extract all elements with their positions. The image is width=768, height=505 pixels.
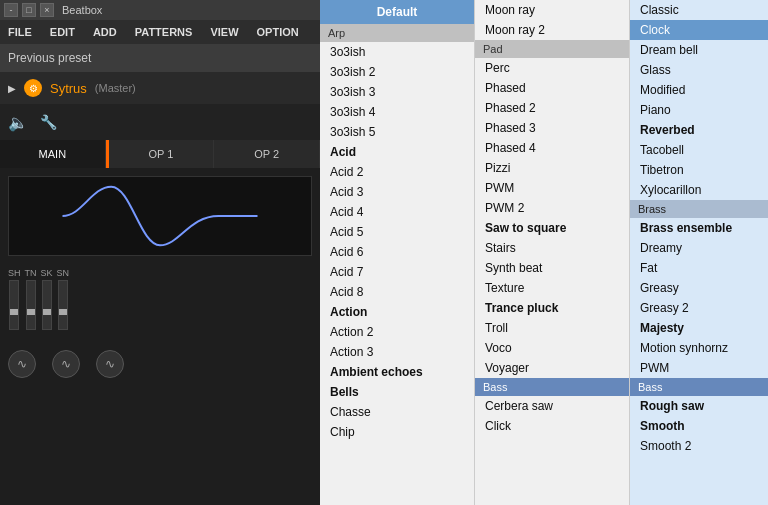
- menu-view[interactable]: VIEW: [206, 24, 242, 40]
- slider-sn-control[interactable]: [58, 280, 68, 330]
- slider-sh-control[interactable]: [9, 280, 19, 330]
- list-item[interactable]: Chasse: [320, 402, 474, 422]
- list-item[interactable]: Phased 4: [475, 138, 629, 158]
- slider-sh-label: SH: [8, 268, 21, 278]
- menu-add[interactable]: ADD: [89, 24, 121, 40]
- menu-file[interactable]: FILE: [4, 24, 36, 40]
- list-item[interactable]: Smooth 2: [630, 436, 768, 456]
- list-item[interactable]: Piano: [630, 100, 768, 120]
- list-item[interactable]: Acid 5: [320, 222, 474, 242]
- list-item[interactable]: Dream bell: [630, 40, 768, 60]
- list-item[interactable]: Ambient echoes: [320, 362, 474, 382]
- list-item[interactable]: Phased: [475, 78, 629, 98]
- list-item[interactable]: Xylocarillon: [630, 180, 768, 200]
- wrench-icon[interactable]: 🔧: [40, 114, 57, 130]
- app-title: Beatbox: [62, 4, 102, 16]
- menu-bass-col3-section: Bass: [630, 378, 768, 396]
- menu-edit[interactable]: EDIT: [46, 24, 79, 40]
- close-button[interactable]: ×: [40, 3, 54, 17]
- list-item[interactable]: Saw to square: [475, 218, 629, 238]
- prev-preset-bar: Previous preset: [0, 44, 320, 72]
- menu-options[interactable]: OPTION: [253, 24, 303, 40]
- btn-wave3[interactable]: ∿: [96, 350, 124, 378]
- list-item[interactable]: Acid: [320, 142, 474, 162]
- btn-wave2[interactable]: ∿: [52, 350, 80, 378]
- list-item[interactable]: Dreamy: [630, 238, 768, 258]
- list-item[interactable]: Acid 6: [320, 242, 474, 262]
- list-item[interactable]: Troll: [475, 318, 629, 338]
- list-item[interactable]: Reverbed: [630, 120, 768, 140]
- list-item[interactable]: Texture: [475, 278, 629, 298]
- list-item[interactable]: Glass: [630, 60, 768, 80]
- gear-icon[interactable]: ⚙: [24, 79, 42, 97]
- list-item[interactable]: Fat: [630, 258, 768, 278]
- list-item[interactable]: Greasy: [630, 278, 768, 298]
- list-item[interactable]: Phased 2: [475, 98, 629, 118]
- expand-icon[interactable]: ▶: [8, 83, 16, 94]
- list-item[interactable]: Clock: [630, 20, 768, 40]
- list-item[interactable]: PWM: [630, 358, 768, 378]
- list-item[interactable]: PWM 2: [475, 198, 629, 218]
- list-item[interactable]: 3o3ish 4: [320, 102, 474, 122]
- list-item[interactable]: Voco: [475, 338, 629, 358]
- menu-bar: FILE EDIT ADD PATTERNS VIEW OPTION: [0, 20, 320, 44]
- menu-default-header: Default: [320, 0, 474, 24]
- menu-col-3: Classic Clock Dream bell Glass Modified …: [630, 0, 768, 505]
- tab-op2[interactable]: OP 2: [214, 140, 320, 168]
- menu-arp-section: Arp: [320, 24, 474, 42]
- menu-pad-section: Pad: [475, 40, 629, 58]
- slider-sn: SN: [57, 268, 70, 330]
- tab-op1[interactable]: OP 1: [109, 140, 215, 168]
- op-controls: SH TN SK SN: [0, 264, 320, 334]
- list-item[interactable]: Brass ensemble: [630, 218, 768, 238]
- speaker-icon[interactable]: 🔈: [8, 113, 28, 132]
- list-item[interactable]: PWM: [475, 178, 629, 198]
- list-item[interactable]: Voyager: [475, 358, 629, 378]
- list-item[interactable]: Pizzi: [475, 158, 629, 178]
- list-item[interactable]: Synth beat: [475, 258, 629, 278]
- list-item[interactable]: Acid 3: [320, 182, 474, 202]
- btn-wave1[interactable]: ∿: [8, 350, 36, 378]
- list-item[interactable]: Rough saw: [630, 396, 768, 416]
- list-item[interactable]: 3o3ish 5: [320, 122, 474, 142]
- list-item[interactable]: Tibetron: [630, 160, 768, 180]
- list-item[interactable]: Moon ray 2: [475, 20, 629, 40]
- list-item[interactable]: Motion synhornz: [630, 338, 768, 358]
- list-item[interactable]: Acid 7: [320, 262, 474, 282]
- list-item[interactable]: Smooth: [630, 416, 768, 436]
- list-item[interactable]: Cerbera saw: [475, 396, 629, 416]
- menu-patterns[interactable]: PATTERNS: [131, 24, 197, 40]
- list-item[interactable]: Click: [475, 416, 629, 436]
- minimize-button[interactable]: -: [4, 3, 18, 17]
- menu-col-2: Moon ray Moon ray 2 Pad Perc Phased Phas…: [475, 0, 630, 505]
- list-item[interactable]: Acid 4: [320, 202, 474, 222]
- list-item[interactable]: Trance pluck: [475, 298, 629, 318]
- slider-tn-label: TN: [25, 268, 37, 278]
- list-item[interactable]: Acid 8: [320, 282, 474, 302]
- slider-tn: TN: [25, 268, 37, 330]
- tab-main[interactable]: MAIN: [0, 140, 106, 168]
- list-item[interactable]: Classic: [630, 0, 768, 20]
- menu-bass-section: Bass: [475, 378, 629, 396]
- list-item[interactable]: Chip: [320, 422, 474, 442]
- list-item[interactable]: Perc: [475, 58, 629, 78]
- list-item[interactable]: Action: [320, 302, 474, 322]
- list-item[interactable]: Majesty: [630, 318, 768, 338]
- list-item[interactable]: Tacobell: [630, 140, 768, 160]
- list-item[interactable]: Stairs: [475, 238, 629, 258]
- slider-sk-control[interactable]: [42, 280, 52, 330]
- list-item[interactable]: 3o3ish 2: [320, 62, 474, 82]
- list-item[interactable]: Action 3: [320, 342, 474, 362]
- list-item[interactable]: Bells: [320, 382, 474, 402]
- list-item[interactable]: Modified: [630, 80, 768, 100]
- list-item[interactable]: Acid 2: [320, 162, 474, 182]
- list-item[interactable]: Action 2: [320, 322, 474, 342]
- waveform-svg: [9, 177, 311, 255]
- list-item[interactable]: 3o3ish: [320, 42, 474, 62]
- list-item[interactable]: Moon ray: [475, 0, 629, 20]
- list-item[interactable]: 3o3ish 3: [320, 82, 474, 102]
- list-item[interactable]: Phased 3: [475, 118, 629, 138]
- list-item[interactable]: Greasy 2: [630, 298, 768, 318]
- maximize-button[interactable]: □: [22, 3, 36, 17]
- slider-tn-control[interactable]: [26, 280, 36, 330]
